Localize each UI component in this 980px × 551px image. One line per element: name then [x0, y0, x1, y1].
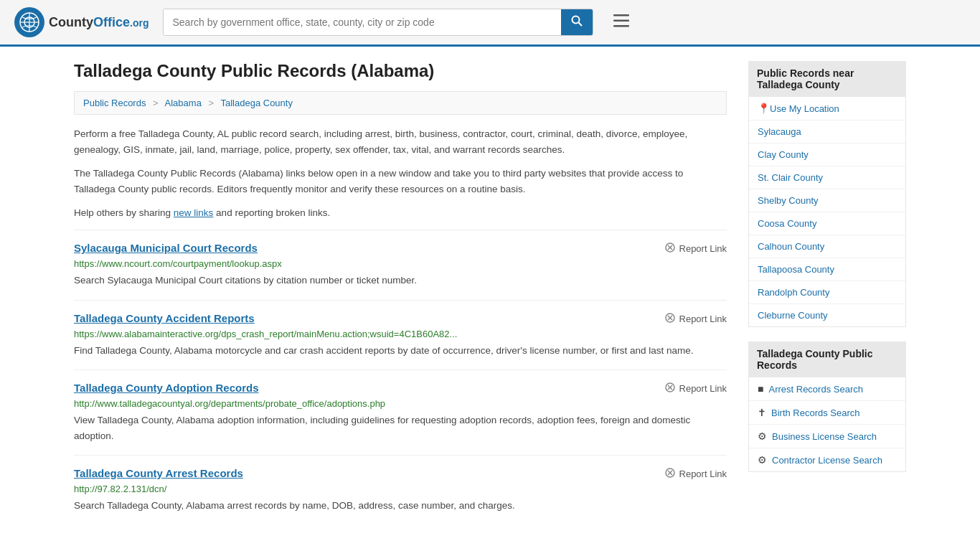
breadcrumb-sep-2: > [209, 98, 215, 108]
nearby-link[interactable]: Sylacauga [749, 121, 905, 143]
nearby-list-item: Tallapoosa County [749, 258, 905, 281]
nearby-link[interactable]: Randolph County [749, 281, 905, 303]
record-header: Sylacauga Municipal Court Records Report… [74, 242, 727, 255]
record-entry: Talladega County Adoption Records Report… [74, 369, 727, 455]
report-link[interactable]: Report Link [664, 312, 727, 326]
record-description: Search Sylacauga Municipal Court citatio… [74, 273, 727, 288]
svg-rect-6 [613, 14, 629, 17]
main-content: Talladega County Public Records (Alabama… [74, 61, 727, 525]
sidebar-record-link[interactable]: Business License Search [772, 431, 877, 442]
search-button[interactable] [561, 9, 593, 35]
nearby-list-item: Sylacauga [749, 121, 905, 143]
record-type-icon: ■ [758, 383, 763, 395]
record-type-icon: ✝ [758, 407, 766, 418]
sidebar: Public Records near Talladega County 📍Us… [748, 61, 906, 525]
record-title[interactable]: Sylacauga Municipal Court Records [74, 242, 258, 254]
record-header: Talladega County Adoption Records Report… [74, 382, 727, 395]
report-link-icon [664, 382, 676, 395]
nearby-section: Public Records near Talladega County 📍Us… [748, 61, 906, 327]
sidebar-record-item: ✝Birth Records Search [749, 401, 905, 425]
record-header: Talladega County Arrest Records Report L… [74, 467, 727, 481]
record-description: Search Talladega County, Alabama arrest … [74, 498, 727, 514]
nearby-list-item: St. Clair County [749, 166, 905, 189]
nearby-list-item: Clay County [749, 143, 905, 166]
record-url: https://www.alabamainteractive.org/dps_c… [74, 329, 727, 339]
svg-line-5 [579, 23, 583, 27]
record-url: http://www.talladegacountyal.org/departm… [74, 398, 727, 409]
pin-icon: 📍 [758, 103, 770, 114]
record-description: View Talladega County, Alabama adoption … [74, 413, 727, 443]
logo-icon [14, 7, 44, 37]
record-url: http://97.82.2.131/dcn/ [74, 484, 727, 494]
records-container: Sylacauga Municipal Court Records Report… [74, 230, 727, 525]
logo-text: CountyOffice.org [49, 15, 149, 30]
nearby-list-item: Randolph County [749, 281, 905, 304]
sidebar-record-link[interactable]: Arrest Records Search [768, 384, 863, 395]
nearby-link[interactable]: Cleburne County [749, 304, 905, 326]
breadcrumb-talladega[interactable]: Talladega County [220, 98, 292, 108]
nearby-list: 📍Use My LocationSylacaugaClay CountySt. … [748, 97, 906, 327]
record-header: Talladega County Accident Reports Report… [74, 312, 727, 326]
nearby-heading: Public Records near Talladega County [748, 61, 906, 97]
site-logo[interactable]: CountyOffice.org [14, 7, 149, 37]
description-3: Help others by sharing new links and rep… [74, 205, 727, 221]
report-link-icon [664, 467, 676, 481]
breadcrumb-public-records[interactable]: Public Records [83, 98, 146, 108]
search-input[interactable] [164, 9, 561, 35]
record-entry: Talladega County Accident Reports Report… [74, 300, 727, 370]
sidebar-records-list: ■Arrest Records Search✝Birth Records Sea… [748, 377, 906, 472]
report-link[interactable]: Report Link [664, 382, 727, 395]
report-link-icon [664, 312, 676, 326]
main-container: Talladega County Public Records (Alabama… [60, 47, 920, 540]
description-3-post: and reporting broken links. [213, 207, 330, 218]
nearby-link[interactable]: Tallapoosa County [749, 258, 905, 281]
nearby-link[interactable]: Coosa County [749, 212, 905, 235]
breadcrumb-sep-1: > [153, 98, 159, 108]
description-3-pre: Help others by sharing [74, 207, 174, 218]
nearby-list-item: Calhoun County [749, 235, 905, 258]
use-my-location[interactable]: 📍Use My Location [749, 97, 905, 120]
nearby-list-item: Coosa County [749, 212, 905, 235]
record-entry: Talladega County Arrest Records Report L… [74, 455, 727, 525]
records-heading: Talladega County Public Records [748, 342, 906, 377]
nearby-list-item: 📍Use My Location [749, 97, 905, 121]
sidebar-record-item: ⚙Business License Search [749, 425, 905, 448]
record-type-icon: ⚙ [758, 454, 767, 466]
record-description: Find Talladega County, Alabama motorcycl… [74, 343, 727, 359]
breadcrumb: Public Records > Alabama > Talladega Cou… [74, 91, 727, 115]
description-1: Perform a free Talladega County, AL publ… [74, 126, 727, 157]
description-2: The Talladega County Public Records (Ala… [74, 166, 727, 197]
report-link[interactable]: Report Link [664, 242, 727, 255]
breadcrumb-alabama[interactable]: Alabama [165, 98, 202, 108]
nearby-link[interactable]: Shelby County [749, 189, 905, 212]
nearby-link[interactable]: Clay County [749, 143, 905, 166]
page-title: Talladega County Public Records (Alabama… [74, 61, 727, 81]
nearby-link[interactable]: Calhoun County [749, 235, 905, 258]
record-title[interactable]: Talladega County Adoption Records [74, 382, 259, 394]
record-title[interactable]: Talladega County Accident Reports [74, 312, 255, 324]
sidebar-record-item: ■Arrest Records Search [749, 377, 905, 401]
svg-rect-8 [613, 25, 629, 27]
site-header: CountyOffice.org [0, 0, 980, 47]
record-entry: Sylacauga Municipal Court Records Report… [74, 230, 727, 300]
nearby-list-item: Shelby County [749, 189, 905, 212]
new-links-link[interactable]: new links [174, 207, 214, 218]
sidebar-record-item: ⚙Contractor License Search [749, 448, 905, 471]
svg-rect-7 [613, 20, 629, 22]
svg-point-4 [573, 17, 580, 24]
nearby-link[interactable]: St. Clair County [749, 166, 905, 189]
nearby-list-item: Cleburne County [749, 304, 905, 326]
record-type-icon: ⚙ [758, 430, 767, 442]
search-bar [163, 9, 593, 36]
records-section: Talladega County Public Records ■Arrest … [748, 342, 906, 472]
report-link[interactable]: Report Link [664, 467, 727, 481]
sidebar-record-link[interactable]: Birth Records Search [771, 408, 860, 418]
sidebar-record-link[interactable]: Contractor License Search [772, 455, 882, 466]
report-link-icon [664, 242, 676, 255]
record-url: https://www.ncourt.com/courtpayment/look… [74, 258, 727, 269]
hamburger-menu[interactable] [608, 10, 635, 34]
record-title[interactable]: Talladega County Arrest Records [74, 467, 243, 479]
